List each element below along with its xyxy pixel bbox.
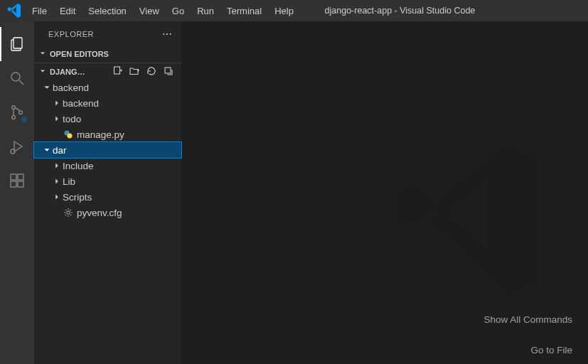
svg-point-14 [170, 33, 171, 34]
chevron-down-icon [41, 82, 53, 92]
svg-rect-0 [14, 38, 22, 48]
open-editors-label: OPEN EDITORS [50, 50, 109, 58]
gear-icon [63, 207, 74, 218]
folder-name: backend [63, 98, 99, 109]
project-section[interactable]: DJANG… [34, 64, 181, 80]
chevron-down-icon [38, 67, 47, 77]
folder-row[interactable]: Lib [34, 173, 181, 189]
menu-help[interactable]: Help [268, 3, 300, 19]
file-row[interactable]: manage.py [34, 127, 181, 142]
folder-row[interactable]: backend [34, 80, 181, 95]
menu-terminal[interactable]: Terminal [220, 3, 268, 19]
folder-name: Lib [63, 176, 75, 187]
file-name: manage.py [77, 129, 124, 140]
folder-name: Scripts [63, 192, 92, 203]
svg-point-4 [12, 116, 16, 119]
window-title: django-react-app - Visual Studio Code [300, 6, 500, 16]
folder-name: backend [53, 82, 89, 93]
source-control-tab-icon[interactable] [0, 95, 34, 129]
explorer-title: EXPLORER [48, 30, 94, 38]
folder-row[interactable]: Include [34, 158, 181, 173]
python-icon [63, 129, 74, 140]
folder-name: Include [63, 161, 94, 171]
scm-badge-icon [21, 116, 28, 123]
chevron-right-icon [51, 192, 63, 202]
extensions-tab-icon[interactable] [0, 164, 34, 198]
svg-rect-11 [18, 174, 23, 180]
folder-name: todo [63, 114, 81, 124]
welcome-hints: Show All Commands Go to File [483, 314, 572, 355]
svg-point-12 [163, 33, 164, 34]
run-debug-tab-icon[interactable] [0, 129, 34, 164]
editor-area: Show All Commands Go to File [182, 21, 588, 364]
svg-point-5 [19, 111, 23, 114]
activity-bar [0, 21, 34, 364]
folder-name: dar [53, 145, 67, 156]
chevron-down-icon [38, 49, 47, 59]
search-tab-icon[interactable] [0, 61, 34, 95]
chevron-right-icon [51, 176, 63, 186]
new-file-icon[interactable] [112, 65, 123, 78]
collapse-all-icon[interactable] [163, 65, 174, 78]
chevron-right-icon [51, 98, 63, 108]
svg-rect-10 [18, 181, 23, 187]
titlebar: File Edit Selection View Go Run Terminal… [0, 0, 588, 21]
folder-row[interactable]: Scripts [34, 189, 181, 205]
vscode-watermark-icon [375, 128, 560, 315]
svg-line-2 [19, 80, 23, 85]
folder-row[interactable]: todo [34, 111, 181, 127]
svg-point-13 [166, 33, 168, 34]
menu-go[interactable]: Go [166, 3, 191, 19]
svg-point-3 [12, 106, 16, 109]
svg-point-1 [11, 73, 20, 81]
svg-rect-8 [11, 174, 16, 180]
refresh-icon[interactable] [146, 65, 157, 78]
explorer-tab-icon[interactable] [0, 27, 34, 61]
svg-point-18 [68, 134, 73, 139]
menu-file[interactable]: File [26, 3, 53, 19]
go-to-file-hint: Go to File [483, 345, 572, 355]
chevron-right-icon [51, 161, 63, 171]
svg-marker-6 [14, 141, 22, 151]
svg-rect-9 [11, 181, 16, 187]
open-editors-section[interactable]: OPEN EDITORS [34, 46, 181, 62]
more-icon[interactable] [161, 28, 173, 40]
chevron-right-icon [51, 114, 63, 124]
folder-row[interactable]: dar [34, 142, 181, 158]
menu-selection[interactable]: Selection [82, 3, 132, 19]
file-name: pyvenv.cfg [77, 208, 122, 218]
vscode-logo [6, 2, 23, 19]
svg-rect-16 [165, 68, 171, 73]
chevron-down-icon [41, 145, 53, 155]
explorer-header: EXPLORER [34, 21, 181, 46]
svg-rect-15 [114, 67, 120, 74]
svg-point-19 [67, 211, 70, 214]
folder-row[interactable]: backend [34, 95, 181, 111]
new-folder-icon[interactable] [129, 65, 140, 78]
menu-view[interactable]: View [133, 3, 166, 19]
explorer-sidebar: EXPLORER OPEN EDITORS DJANG… [34, 21, 182, 364]
menu-run[interactable]: Run [191, 3, 220, 19]
menu-edit[interactable]: Edit [53, 3, 82, 19]
show-all-commands-hint: Show All Commands [483, 314, 572, 325]
project-label: DJANG… [50, 68, 85, 76]
menu-bar: File Edit Selection View Go Run Terminal… [26, 3, 300, 19]
file-tree: backendbackendtodomanage.pydarIncludeLib… [34, 80, 181, 220]
file-row[interactable]: pyvenv.cfg [34, 205, 181, 220]
